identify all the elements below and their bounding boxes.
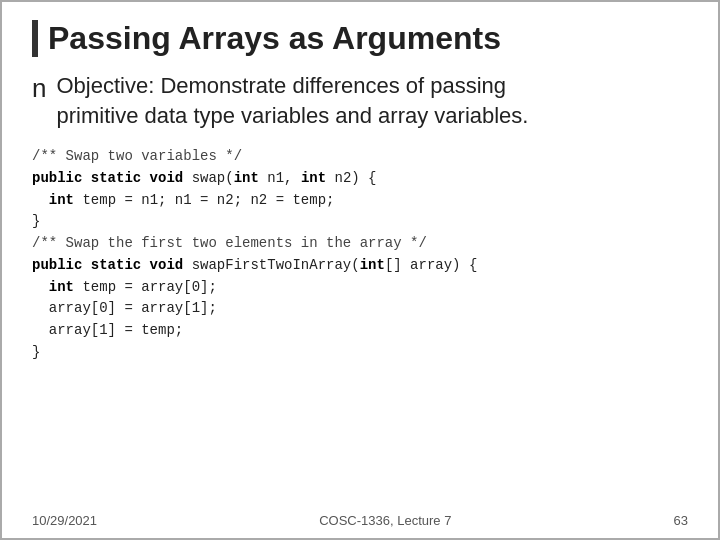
code-line-3: int temp = n1; n1 = n2; n2 = temp;	[32, 190, 688, 212]
title-bar: Passing Arrays as Arguments	[32, 20, 688, 57]
code-line-9: array[1] = temp;	[32, 320, 688, 342]
slide: Passing Arrays as Arguments n Objective:…	[0, 0, 720, 540]
objective-line1: Objective: Demonstrate differences of pa…	[56, 71, 528, 101]
footer-date: 10/29/2021	[32, 513, 97, 528]
objective-line2: primitive data type variables and array …	[56, 101, 528, 131]
content-area: n Objective: Demonstrate differences of …	[2, 71, 718, 130]
code-line-2: public static void swap(int n1, int n2) …	[32, 168, 688, 190]
code-line-1: /** Swap two variables */	[32, 146, 688, 168]
code-line-7: int temp = array[0];	[32, 277, 688, 299]
footer: 10/29/2021 COSC-1336, Lecture 7 63	[2, 513, 718, 528]
code-line-5: /** Swap the first two elements in the a…	[32, 233, 688, 255]
objective-block: Objective: Demonstrate differences of pa…	[56, 71, 528, 130]
bullet-icon: n	[32, 73, 46, 130]
slide-title: Passing Arrays as Arguments	[48, 20, 501, 56]
code-line-8: array[0] = array[1];	[32, 298, 688, 320]
code-block: /** Swap two variables */ public static …	[32, 146, 688, 363]
footer-course: COSC-1336, Lecture 7	[319, 513, 451, 528]
code-line-6: public static void swapFirstTwoInArray(i…	[32, 255, 688, 277]
code-line-4: }	[32, 211, 688, 233]
code-line-10: }	[32, 342, 688, 364]
footer-page: 63	[674, 513, 688, 528]
